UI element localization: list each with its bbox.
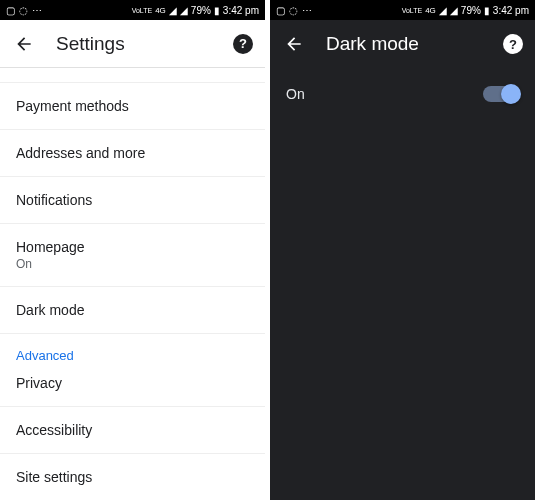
question-icon: ? <box>509 37 517 52</box>
toggle-row[interactable]: On <box>270 68 535 120</box>
signal-icon: ◢ <box>180 5 188 16</box>
toggle-label: On <box>286 86 305 102</box>
list-item-privacy[interactable]: Privacy <box>0 367 265 407</box>
clock: 3:42 pm <box>493 5 529 16</box>
list-item[interactable]: Passwords <box>0 68 265 83</box>
list-item-label: Addresses and more <box>16 145 249 161</box>
list-item-label: Privacy <box>16 375 249 391</box>
status-bar: ▢ ◌ ⋯ VoLTE 4G ◢ ◢ 79% ▮ 3:42 pm <box>270 0 535 20</box>
signal-icon: ◢ <box>169 5 177 16</box>
page-title: Dark mode <box>326 33 503 55</box>
list-item-label: Homepage <box>16 239 249 255</box>
list-item-accessibility[interactable]: Accessibility <box>0 407 265 454</box>
help-button[interactable]: ? <box>233 34 253 54</box>
help-button[interactable]: ? <box>503 34 523 54</box>
image-icon: ▢ <box>276 5 285 16</box>
list-item-label: Site settings <box>16 469 249 485</box>
arrow-left-icon <box>14 34 34 54</box>
volte-indicator: VoLTE <box>132 7 153 14</box>
settings-list: Passwords Payment methods Addresses and … <box>0 68 265 500</box>
signal-icon: ◢ <box>450 5 458 16</box>
battery-percent: 79% <box>461 5 481 16</box>
darkmode-toggle[interactable] <box>483 86 519 102</box>
notif-icon: ◌ <box>289 5 298 16</box>
section-header-advanced: Advanced <box>0 334 265 367</box>
list-item-site-settings[interactable]: Site settings <box>0 454 265 500</box>
battery-icon: ▮ <box>214 5 220 16</box>
more-icon: ⋯ <box>32 5 42 16</box>
battery-icon: ▮ <box>484 5 490 16</box>
app-bar: Settings ? <box>0 20 265 68</box>
page-title: Settings <box>56 33 233 55</box>
image-icon: ▢ <box>6 5 15 16</box>
app-bar: Dark mode ? <box>270 20 535 68</box>
question-icon: ? <box>239 36 247 51</box>
signal-icon: ◢ <box>439 5 447 16</box>
list-item-addresses[interactable]: Addresses and more <box>0 130 265 177</box>
list-item-homepage[interactable]: Homepage On <box>0 224 265 287</box>
list-item-payment[interactable]: Payment methods <box>0 83 265 130</box>
darkmode-screen: ▢ ◌ ⋯ VoLTE 4G ◢ ◢ 79% ▮ 3:42 pm Dark mo… <box>270 0 535 500</box>
battery-percent: 79% <box>191 5 211 16</box>
list-item-label: Dark mode <box>16 302 249 318</box>
network-indicator: 4G <box>155 6 166 15</box>
more-icon: ⋯ <box>302 5 312 16</box>
toggle-thumb <box>501 84 521 104</box>
arrow-left-icon <box>284 34 304 54</box>
volte-indicator: VoLTE <box>402 7 423 14</box>
list-item-sub: On <box>16 257 249 271</box>
settings-screen: ▢ ◌ ⋯ VoLTE 4G ◢ ◢ 79% ▮ 3:42 pm Setting… <box>0 0 265 500</box>
list-item-notifications[interactable]: Notifications <box>0 177 265 224</box>
list-item-label: Accessibility <box>16 422 249 438</box>
notif-icon: ◌ <box>19 5 28 16</box>
network-indicator: 4G <box>425 6 436 15</box>
back-button[interactable] <box>282 32 306 56</box>
status-bar: ▢ ◌ ⋯ VoLTE 4G ◢ ◢ 79% ▮ 3:42 pm <box>0 0 265 20</box>
back-button[interactable] <box>12 32 36 56</box>
clock: 3:42 pm <box>223 5 259 16</box>
list-item-darkmode[interactable]: Dark mode <box>0 287 265 334</box>
list-item-label: Notifications <box>16 192 249 208</box>
list-item-label: Payment methods <box>16 98 249 114</box>
